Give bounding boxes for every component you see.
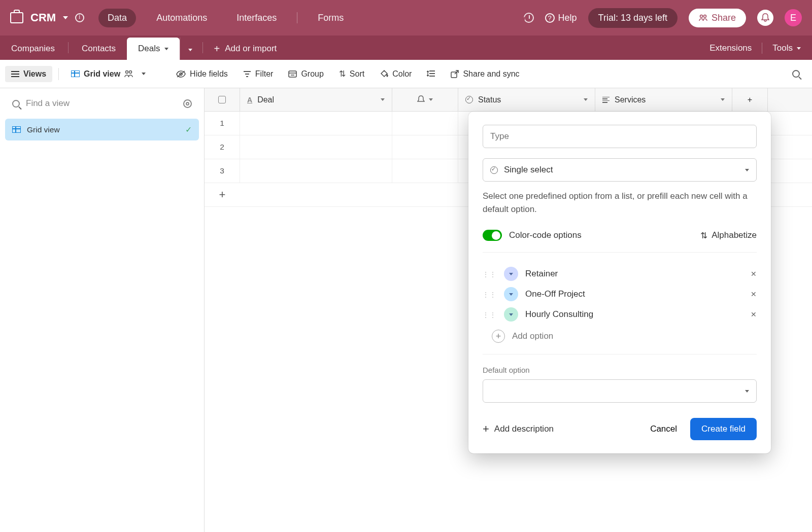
filter-button[interactable]: Filter [237, 66, 280, 82]
views-sidebar: Grid view [0, 88, 205, 532]
notifications-button[interactable] [757, 10, 773, 26]
default-option-select[interactable] [483, 379, 757, 403]
create-field-button[interactable]: Create field [690, 418, 757, 440]
plus-icon: + [483, 423, 489, 435]
chevron-down-icon[interactable] [381, 98, 385, 101]
col-services-label: Services [615, 95, 646, 104]
tab-companies[interactable]: Companies [0, 38, 66, 60]
column-header-services[interactable]: Services [595, 88, 732, 111]
view-toolbar: Views Grid view Hide fields Filter Group… [0, 60, 812, 88]
option-label[interactable]: One-Off Project [525, 289, 585, 299]
add-description-label: Add description [494, 424, 554, 434]
drag-handle-icon[interactable] [483, 309, 497, 320]
add-or-import-button[interactable]: + Add or import [205, 38, 286, 60]
hide-fields-button[interactable]: Hide fields [170, 66, 234, 82]
nav-interfaces[interactable]: Interfaces [227, 9, 286, 27]
option-row: Retainer [483, 264, 757, 284]
svg-rect-9 [289, 71, 296, 77]
group-icon [288, 70, 297, 78]
divider [297, 12, 297, 23]
tab-more[interactable] [180, 38, 200, 60]
search-button[interactable] [785, 66, 807, 82]
option-label[interactable]: Retainer [525, 269, 558, 279]
chevron-down-icon[interactable] [142, 73, 146, 75]
alphabetize-button[interactable]: Alphabetize [700, 230, 757, 241]
extensions-button[interactable]: Extensions [709, 43, 752, 53]
chevron-down-icon[interactable] [584, 98, 588, 101]
help-button[interactable]: ? Help [545, 13, 577, 23]
option-label[interactable]: Hourly Consulting [525, 309, 593, 320]
row-height-icon [427, 70, 435, 78]
tab-deals-label: Deals [138, 44, 160, 54]
divider [202, 42, 203, 53]
share-sync-button[interactable]: Share and sync [445, 66, 525, 82]
remove-option-icon[interactable] [751, 289, 757, 299]
share-button[interactable]: Share [689, 9, 746, 27]
field-type-selector[interactable]: Single select [483, 158, 757, 182]
tab-deals[interactable]: Deals [127, 38, 179, 60]
option-color-chip[interactable] [504, 267, 518, 281]
svg-point-2 [126, 71, 128, 74]
nav-forms[interactable]: Forms [309, 9, 353, 27]
drag-handle-icon[interactable] [483, 289, 497, 299]
color-code-label: Color-code options [509, 230, 582, 240]
color-code-toggle[interactable] [483, 230, 502, 241]
grid-area: Deal Status Services + 1 2 3 + [205, 88, 812, 532]
info-icon[interactable] [75, 13, 84, 22]
option-color-chip[interactable] [504, 287, 518, 301]
nav-automations[interactable]: Automations [147, 9, 216, 27]
checkbox-icon [218, 96, 226, 103]
view-item-grid[interactable]: Grid view [5, 119, 199, 140]
grid-view-label: Grid view [84, 69, 120, 79]
default-option-label: Default option [483, 366, 757, 374]
column-header-deal[interactable]: Deal [240, 88, 392, 111]
add-description-button[interactable]: + Add description [483, 423, 554, 435]
option-row: Hourly Consulting [483, 304, 757, 325]
group-button[interactable]: Group [282, 66, 329, 82]
divider [58, 68, 59, 80]
remove-option-icon[interactable] [751, 269, 757, 279]
sort-button[interactable]: Sort [333, 65, 370, 82]
header-left: CRM [10, 11, 84, 24]
settings-icon[interactable] [183, 99, 192, 108]
user-avatar[interactable]: E [785, 9, 802, 26]
tabs-right: Extensions Tools [698, 37, 812, 60]
trial-pill[interactable]: Trial: 13 days left [588, 8, 678, 28]
remove-option-icon[interactable] [751, 309, 757, 320]
eye-off-icon [176, 70, 186, 78]
cancel-button[interactable]: Cancel [650, 424, 677, 434]
search-icon [792, 70, 800, 78]
field-help-text: Select one predefined option from a list… [483, 190, 757, 216]
single-select-icon [490, 166, 498, 174]
sort-label: Sort [350, 69, 364, 79]
chevron-down-icon[interactable] [429, 98, 433, 101]
app-title[interactable]: CRM [30, 11, 56, 24]
find-view-row [5, 93, 199, 114]
column-header-notify[interactable] [392, 88, 458, 111]
field-type-label: Single select [504, 165, 553, 175]
share-sync-icon [451, 70, 459, 78]
app-menu-chevron-icon[interactable] [63, 16, 68, 19]
tools-button[interactable]: Tools [772, 43, 801, 53]
option-color-chip[interactable] [504, 307, 518, 322]
select-all-header[interactable] [205, 88, 240, 111]
add-option-button[interactable]: + Add option [483, 325, 757, 343]
history-icon[interactable] [524, 13, 534, 23]
svg-point-0 [700, 15, 702, 18]
svg-point-3 [129, 71, 132, 74]
add-column-button[interactable]: + [732, 88, 768, 111]
field-name-input[interactable] [483, 125, 757, 148]
views-toggle[interactable]: Views [5, 66, 52, 82]
tab-deals-chevron-icon[interactable] [164, 48, 168, 50]
drag-handle-icon[interactable] [483, 269, 497, 279]
nav-data[interactable]: Data [98, 9, 136, 27]
divider [762, 43, 762, 54]
find-view-input[interactable] [26, 98, 177, 109]
single-select-icon [465, 96, 473, 103]
color-button[interactable]: Color [374, 66, 418, 82]
chevron-down-icon[interactable] [721, 98, 725, 101]
column-header-status[interactable]: Status [458, 88, 595, 111]
tab-contacts[interactable]: Contacts [71, 38, 127, 60]
row-height-button[interactable] [421, 66, 442, 81]
grid-view-selector[interactable]: Grid view [65, 66, 152, 82]
